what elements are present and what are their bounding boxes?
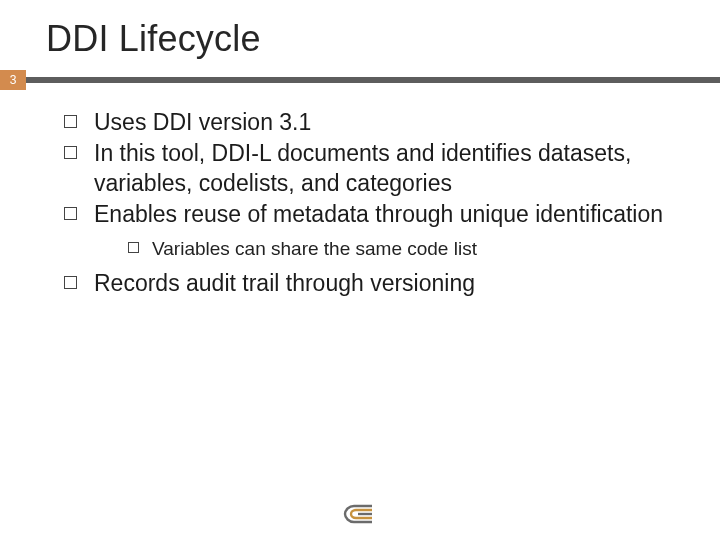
footer-logo-icon xyxy=(342,502,378,526)
bullet-list: Uses DDI version 3.1 In this tool, DDI-L… xyxy=(60,108,680,299)
list-item: Uses DDI version 3.1 xyxy=(60,108,680,137)
list-item: Enables reuse of metadata through unique… xyxy=(60,200,680,261)
content-area: Uses DDI version 3.1 In this tool, DDI-L… xyxy=(0,90,720,299)
header-bar: 3 xyxy=(0,70,720,90)
sub-bullet-list: Variables can share the same code list xyxy=(94,236,680,262)
slide-title: DDI Lifecycle xyxy=(0,0,720,70)
page-number-badge: 3 xyxy=(0,70,26,90)
list-item: Variables can share the same code list xyxy=(94,236,680,262)
list-item-text: Enables reuse of metadata through unique… xyxy=(94,201,663,227)
list-item: Records audit trail through versioning xyxy=(60,269,680,298)
header-rule xyxy=(26,77,720,83)
list-item: In this tool, DDI-L documents and identi… xyxy=(60,139,680,198)
